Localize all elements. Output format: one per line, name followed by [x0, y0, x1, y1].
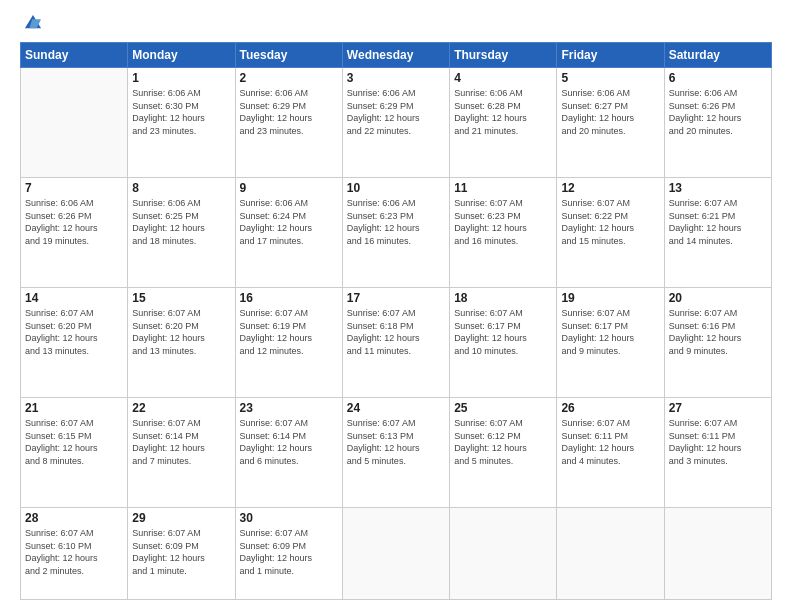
calendar-cell: 10Sunrise: 6:06 AMSunset: 6:23 PMDayligh… [342, 178, 449, 288]
calendar-cell: 29Sunrise: 6:07 AMSunset: 6:09 PMDayligh… [128, 508, 235, 600]
day-number: 29 [132, 511, 230, 525]
day-number: 19 [561, 291, 659, 305]
day-number: 26 [561, 401, 659, 415]
calendar-cell: 26Sunrise: 6:07 AMSunset: 6:11 PMDayligh… [557, 398, 664, 508]
day-info: Sunrise: 6:06 AMSunset: 6:29 PMDaylight:… [240, 87, 338, 137]
calendar-week-1: 7Sunrise: 6:06 AMSunset: 6:26 PMDaylight… [21, 178, 772, 288]
col-header-friday: Friday [557, 43, 664, 68]
day-info: Sunrise: 6:07 AMSunset: 6:17 PMDaylight:… [454, 307, 552, 357]
col-header-thursday: Thursday [450, 43, 557, 68]
calendar-cell: 16Sunrise: 6:07 AMSunset: 6:19 PMDayligh… [235, 288, 342, 398]
day-info: Sunrise: 6:07 AMSunset: 6:21 PMDaylight:… [669, 197, 767, 247]
calendar-week-0: 1Sunrise: 6:06 AMSunset: 6:30 PMDaylight… [21, 68, 772, 178]
day-info: Sunrise: 6:06 AMSunset: 6:25 PMDaylight:… [132, 197, 230, 247]
calendar-cell: 18Sunrise: 6:07 AMSunset: 6:17 PMDayligh… [450, 288, 557, 398]
logo-icon [22, 12, 44, 34]
page: SundayMondayTuesdayWednesdayThursdayFrid… [0, 0, 792, 612]
day-number: 8 [132, 181, 230, 195]
day-number: 21 [25, 401, 123, 415]
day-number: 16 [240, 291, 338, 305]
day-info: Sunrise: 6:07 AMSunset: 6:14 PMDaylight:… [240, 417, 338, 467]
day-info: Sunrise: 6:07 AMSunset: 6:12 PMDaylight:… [454, 417, 552, 467]
day-number: 4 [454, 71, 552, 85]
day-number: 25 [454, 401, 552, 415]
day-number: 30 [240, 511, 338, 525]
day-number: 1 [132, 71, 230, 85]
calendar-week-3: 21Sunrise: 6:07 AMSunset: 6:15 PMDayligh… [21, 398, 772, 508]
calendar-cell: 15Sunrise: 6:07 AMSunset: 6:20 PMDayligh… [128, 288, 235, 398]
calendar-cell: 3Sunrise: 6:06 AMSunset: 6:29 PMDaylight… [342, 68, 449, 178]
calendar-cell: 2Sunrise: 6:06 AMSunset: 6:29 PMDaylight… [235, 68, 342, 178]
day-info: Sunrise: 6:07 AMSunset: 6:22 PMDaylight:… [561, 197, 659, 247]
day-number: 10 [347, 181, 445, 195]
calendar-cell: 1Sunrise: 6:06 AMSunset: 6:30 PMDaylight… [128, 68, 235, 178]
calendar-cell: 9Sunrise: 6:06 AMSunset: 6:24 PMDaylight… [235, 178, 342, 288]
calendar-cell: 11Sunrise: 6:07 AMSunset: 6:23 PMDayligh… [450, 178, 557, 288]
day-info: Sunrise: 6:07 AMSunset: 6:10 PMDaylight:… [25, 527, 123, 577]
col-header-tuesday: Tuesday [235, 43, 342, 68]
calendar-cell: 19Sunrise: 6:07 AMSunset: 6:17 PMDayligh… [557, 288, 664, 398]
day-number: 22 [132, 401, 230, 415]
day-number: 15 [132, 291, 230, 305]
calendar-table: SundayMondayTuesdayWednesdayThursdayFrid… [20, 42, 772, 600]
calendar-week-2: 14Sunrise: 6:07 AMSunset: 6:20 PMDayligh… [21, 288, 772, 398]
col-header-sunday: Sunday [21, 43, 128, 68]
day-info: Sunrise: 6:07 AMSunset: 6:09 PMDaylight:… [132, 527, 230, 577]
day-number: 17 [347, 291, 445, 305]
day-number: 23 [240, 401, 338, 415]
calendar-week-4: 28Sunrise: 6:07 AMSunset: 6:10 PMDayligh… [21, 508, 772, 600]
calendar-cell: 20Sunrise: 6:07 AMSunset: 6:16 PMDayligh… [664, 288, 771, 398]
day-info: Sunrise: 6:06 AMSunset: 6:30 PMDaylight:… [132, 87, 230, 137]
day-info: Sunrise: 6:06 AMSunset: 6:24 PMDaylight:… [240, 197, 338, 247]
day-info: Sunrise: 6:07 AMSunset: 6:11 PMDaylight:… [669, 417, 767, 467]
day-number: 20 [669, 291, 767, 305]
calendar-header-row: SundayMondayTuesdayWednesdayThursdayFrid… [21, 43, 772, 68]
calendar-cell: 6Sunrise: 6:06 AMSunset: 6:26 PMDaylight… [664, 68, 771, 178]
day-number: 7 [25, 181, 123, 195]
header [20, 16, 772, 34]
calendar-cell: 7Sunrise: 6:06 AMSunset: 6:26 PMDaylight… [21, 178, 128, 288]
calendar-cell: 12Sunrise: 6:07 AMSunset: 6:22 PMDayligh… [557, 178, 664, 288]
day-number: 24 [347, 401, 445, 415]
calendar-cell [664, 508, 771, 600]
day-info: Sunrise: 6:06 AMSunset: 6:26 PMDaylight:… [25, 197, 123, 247]
calendar-cell: 13Sunrise: 6:07 AMSunset: 6:21 PMDayligh… [664, 178, 771, 288]
day-info: Sunrise: 6:07 AMSunset: 6:23 PMDaylight:… [454, 197, 552, 247]
day-info: Sunrise: 6:07 AMSunset: 6:16 PMDaylight:… [669, 307, 767, 357]
day-number: 6 [669, 71, 767, 85]
calendar-cell: 17Sunrise: 6:07 AMSunset: 6:18 PMDayligh… [342, 288, 449, 398]
calendar-cell [557, 508, 664, 600]
day-info: Sunrise: 6:07 AMSunset: 6:11 PMDaylight:… [561, 417, 659, 467]
day-number: 2 [240, 71, 338, 85]
day-info: Sunrise: 6:07 AMSunset: 6:14 PMDaylight:… [132, 417, 230, 467]
day-number: 18 [454, 291, 552, 305]
calendar-cell [342, 508, 449, 600]
day-number: 14 [25, 291, 123, 305]
day-info: Sunrise: 6:06 AMSunset: 6:26 PMDaylight:… [669, 87, 767, 137]
calendar-cell [21, 68, 128, 178]
day-number: 5 [561, 71, 659, 85]
day-number: 12 [561, 181, 659, 195]
day-number: 9 [240, 181, 338, 195]
day-info: Sunrise: 6:07 AMSunset: 6:20 PMDaylight:… [25, 307, 123, 357]
col-header-saturday: Saturday [664, 43, 771, 68]
calendar-cell: 27Sunrise: 6:07 AMSunset: 6:11 PMDayligh… [664, 398, 771, 508]
day-number: 11 [454, 181, 552, 195]
calendar-cell: 14Sunrise: 6:07 AMSunset: 6:20 PMDayligh… [21, 288, 128, 398]
calendar-cell: 5Sunrise: 6:06 AMSunset: 6:27 PMDaylight… [557, 68, 664, 178]
day-number: 13 [669, 181, 767, 195]
col-header-wednesday: Wednesday [342, 43, 449, 68]
calendar-cell: 25Sunrise: 6:07 AMSunset: 6:12 PMDayligh… [450, 398, 557, 508]
calendar-cell: 30Sunrise: 6:07 AMSunset: 6:09 PMDayligh… [235, 508, 342, 600]
day-info: Sunrise: 6:06 AMSunset: 6:28 PMDaylight:… [454, 87, 552, 137]
day-info: Sunrise: 6:07 AMSunset: 6:13 PMDaylight:… [347, 417, 445, 467]
calendar-cell: 28Sunrise: 6:07 AMSunset: 6:10 PMDayligh… [21, 508, 128, 600]
calendar-cell: 4Sunrise: 6:06 AMSunset: 6:28 PMDaylight… [450, 68, 557, 178]
calendar-cell: 23Sunrise: 6:07 AMSunset: 6:14 PMDayligh… [235, 398, 342, 508]
col-header-monday: Monday [128, 43, 235, 68]
day-info: Sunrise: 6:07 AMSunset: 6:15 PMDaylight:… [25, 417, 123, 467]
day-info: Sunrise: 6:07 AMSunset: 6:17 PMDaylight:… [561, 307, 659, 357]
day-info: Sunrise: 6:06 AMSunset: 6:23 PMDaylight:… [347, 197, 445, 247]
day-number: 3 [347, 71, 445, 85]
day-number: 27 [669, 401, 767, 415]
